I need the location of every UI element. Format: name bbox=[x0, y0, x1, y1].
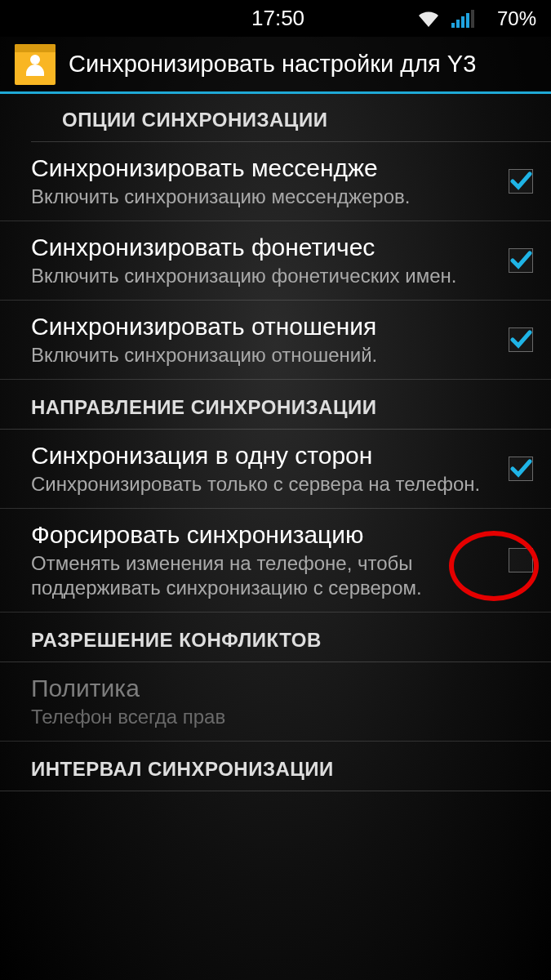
setting-subtitle: Включить синхронизацию мессенджеров. bbox=[31, 185, 499, 209]
section-header-sync-direction: НАПРАВЛЕНИЕ СИНХРОНИЗАЦИИ bbox=[0, 380, 551, 430]
setting-title: Политика bbox=[31, 674, 533, 703]
setting-sync-phonetic[interactable]: Синхронизировать фонетичес Включить синх… bbox=[0, 221, 551, 301]
status-signals bbox=[417, 10, 474, 28]
svg-rect-0 bbox=[451, 23, 455, 28]
svg-rect-4 bbox=[471, 10, 474, 28]
setting-subtitle: Отменять изменения на телефоне, чтобы по… bbox=[31, 551, 499, 600]
svg-rect-2 bbox=[461, 16, 464, 28]
setting-sync-messengers[interactable]: Синхронизировать мессендже Включить синх… bbox=[0, 142, 551, 221]
setting-policy: Политика Телефон всегда прав bbox=[0, 662, 551, 742]
settings-list[interactable]: ОПЦИИ СИНХРОНИЗАЦИИ Синхронизировать мес… bbox=[0, 94, 551, 791]
wifi-icon bbox=[417, 10, 440, 28]
status-bar: 17:50 70% bbox=[0, 0, 551, 37]
setting-title: Синхронизировать фонетичес bbox=[31, 233, 499, 262]
app-title: Синхронизировать настройки для Y3 bbox=[69, 51, 476, 78]
checkbox-force[interactable] bbox=[509, 548, 533, 572]
svg-rect-1 bbox=[456, 20, 460, 28]
setting-title: Синхронизировать мессендже bbox=[31, 154, 499, 183]
status-battery: 70% bbox=[497, 7, 536, 30]
setting-subtitle: Включить синхронизацию отношений. bbox=[31, 343, 499, 368]
setting-title: Синхронизировать отношения bbox=[31, 312, 499, 341]
section-header-interval: ИНТЕРВАЛ СИНХРОНИЗАЦИИ bbox=[0, 742, 551, 791]
setting-subtitle: Синхронизировать только с сервера на тел… bbox=[31, 472, 499, 497]
status-time: 17:50 bbox=[251, 6, 304, 31]
section-header-conflict: РАЗРЕШЕНИЕ КОНФЛИКТОВ bbox=[0, 612, 551, 662]
svg-rect-3 bbox=[466, 13, 469, 28]
checkbox-messengers[interactable] bbox=[509, 169, 533, 194]
checkbox-phonetic[interactable] bbox=[509, 248, 533, 273]
app-bar: Синхронизировать настройки для Y3 bbox=[0, 37, 551, 94]
setting-force-sync[interactable]: Форсировать синхронизацию Отменять измен… bbox=[0, 509, 551, 612]
checkbox-relations[interactable] bbox=[509, 327, 533, 352]
setting-oneway-sync[interactable]: Синхронизация в одну сторон Синхронизиро… bbox=[0, 430, 551, 509]
setting-subtitle: Включить синхронизацию фонетических имен… bbox=[31, 264, 499, 288]
setting-title: Синхронизация в одну сторон bbox=[31, 441, 499, 470]
setting-sync-relations[interactable]: Синхронизировать отношения Включить синх… bbox=[0, 301, 551, 380]
cell-signal-icon bbox=[451, 10, 474, 28]
checkbox-oneway[interactable] bbox=[509, 457, 533, 481]
contacts-app-icon bbox=[15, 44, 56, 85]
setting-subtitle: Телефон всегда прав bbox=[31, 705, 533, 729]
setting-title: Форсировать синхронизацию bbox=[31, 520, 499, 550]
section-header-sync-options: ОПЦИИ СИНХРОНИЗАЦИИ bbox=[31, 94, 551, 142]
